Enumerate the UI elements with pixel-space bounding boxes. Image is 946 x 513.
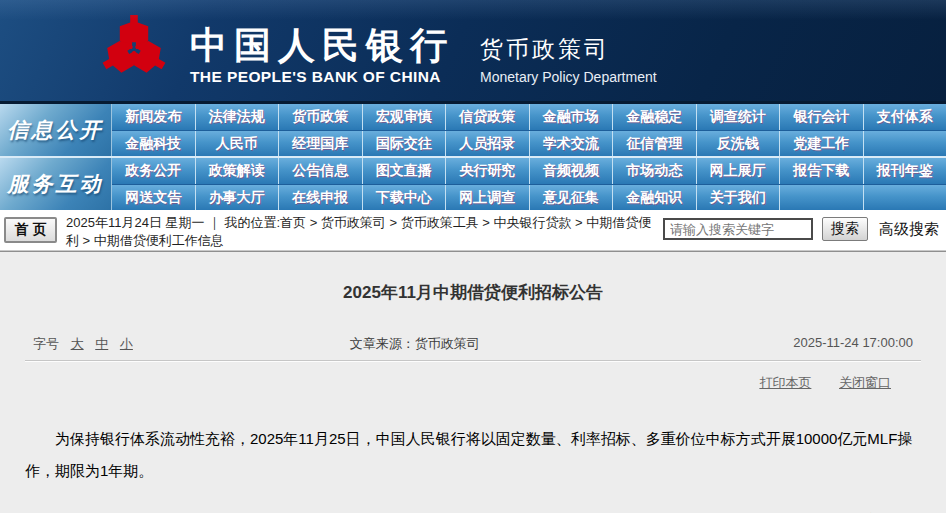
nav-item[interactable]: 人员招录 (446, 131, 530, 156)
nav-item[interactable]: 支付体系 (864, 104, 946, 130)
nav-item[interactable]: 金融市场 (530, 104, 614, 130)
nav-item[interactable]: 报刊年鉴 (864, 158, 946, 184)
print-link[interactable]: 打印本页 (759, 375, 811, 390)
nav-section-services: 服务互动 政务公开 政策解读 公告信息 图文直播 央行研究 音频视频 市场动态 … (0, 156, 946, 210)
department-name: 货币政策司 Monetary Policy Department (480, 34, 657, 86)
article-meta: 字号 大 中 小 文章来源：货币政策司 2025-11-24 17:00:00 (25, 335, 921, 361)
nav-item[interactable]: 人民币 (196, 131, 280, 156)
nav-row: 网送文告 办事大厅 在线申报 下载中心 网上调查 意见征集 金融知识 关于我们 (112, 184, 946, 210)
nav-item[interactable]: 音频视频 (530, 158, 614, 184)
nav-item-empty (864, 131, 946, 156)
nav-item[interactable]: 银行会计 (780, 104, 864, 130)
logo-area: 中国人民银行 THE PEOPLE'S BANK OF CHINA 货币政策司 … (98, 12, 657, 86)
nav-item[interactable]: 新闻发布 (112, 104, 196, 130)
department-name-en: Monetary Policy Department (480, 69, 657, 85)
article-datetime: 2025-11-24 17:00:00 (667, 335, 913, 353)
nav-item[interactable]: 关于我们 (697, 185, 781, 210)
article-title: 2025年11月中期借贷便利招标公告 (25, 252, 921, 304)
nav-item[interactable]: 市场动态 (613, 158, 697, 184)
bank-name-cn: 中国人民银行 (190, 25, 454, 65)
nav-row: 金融科技 人民币 经理国库 国际交往 人员招录 学术交流 征信管理 反洗钱 党建… (112, 130, 946, 156)
search-area: 搜索 高级搜索 (663, 217, 939, 241)
breadcrumb[interactable]: 2025年11月24日 星期一 ｜ 我的位置:首页 > 货币政策司 > 货币政策… (66, 213, 651, 250)
nav-item[interactable]: 网上调查 (446, 185, 530, 210)
nav-section-info-disclosure: 信息公开 新闻发布 法律法规 货币政策 宏观审慎 信贷政策 金融市场 金融稳定 … (0, 104, 946, 156)
nav-item[interactable]: 法律法规 (196, 104, 280, 130)
search-button[interactable]: 搜索 (822, 217, 868, 241)
nav-item[interactable]: 网送文告 (112, 185, 196, 210)
home-button[interactable]: 首 页 (4, 217, 57, 243)
nav-item[interactable]: 网上展厅 (697, 158, 781, 184)
nav-item[interactable]: 金融稳定 (613, 104, 697, 130)
breadcrumb-bar: 首 页 2025年11月24日 星期一 ｜ 我的位置:首页 > 货币政策司 > … (0, 210, 946, 251)
nav-item[interactable]: 政策解读 (196, 158, 280, 184)
breadcrumb-line-2[interactable]: 利 > 中期借贷便利工作信息 (66, 232, 651, 250)
nav-item-empty (864, 185, 946, 210)
nav-item[interactable]: 下载中心 (363, 185, 447, 210)
breadcrumb-line-1[interactable]: 2025年11月24日 星期一 ｜ 我的位置:首页 > 货币政策司 > 货币政策… (66, 214, 651, 232)
nav-item[interactable]: 调查统计 (697, 104, 781, 130)
nav-item[interactable]: 学术交流 (530, 131, 614, 156)
nav-item[interactable]: 办事大厅 (196, 185, 280, 210)
advanced-search-link[interactable]: 高级搜索 (879, 220, 939, 239)
search-input[interactable] (663, 218, 813, 240)
pboc-emblem-icon (98, 12, 170, 86)
article-body: 为保持银行体系流动性充裕，2025年11月25日，中国人民银行将以固定数量、利率… (25, 423, 921, 487)
close-window-link[interactable]: 关闭窗口 (839, 375, 891, 390)
nav-item[interactable]: 宏观审慎 (363, 104, 447, 130)
article-panel: 2025年11月中期借贷便利招标公告 字号 大 中 小 文章来源：货币政策司 2… (0, 251, 946, 513)
nav-item[interactable]: 信贷政策 (446, 104, 530, 130)
nav-label-info-disclosure: 信息公开 (0, 104, 112, 156)
font-size-label: 字号 (33, 336, 59, 351)
font-size-controls: 字号 大 中 小 (33, 335, 350, 353)
main-nav: 信息公开 新闻发布 法律法规 货币政策 宏观审慎 信贷政策 金融市场 金融稳定 … (0, 104, 946, 210)
article-actions-top: 打印本页 关闭窗口 (25, 374, 921, 392)
bank-name: 中国人民银行 THE PEOPLE'S BANK OF CHINA (190, 25, 454, 86)
nav-item[interactable]: 货币政策 (279, 104, 363, 130)
site-header: 中国人民银行 THE PEOPLE'S BANK OF CHINA 货币政策司 … (0, 0, 946, 104)
nav-item[interactable]: 金融科技 (112, 131, 196, 156)
bank-name-en: THE PEOPLE'S BANK OF CHINA (190, 68, 454, 86)
nav-item-empty (780, 185, 864, 210)
nav-row: 政务公开 政策解读 公告信息 图文直播 央行研究 音频视频 市场动态 网上展厅 … (112, 158, 946, 184)
nav-label-services: 服务互动 (0, 158, 112, 210)
nav-item[interactable]: 经理国库 (279, 131, 363, 156)
font-size-medium[interactable]: 中 (95, 336, 108, 351)
nav-item[interactable]: 征信管理 (613, 131, 697, 156)
font-size-small[interactable]: 小 (120, 336, 133, 351)
font-size-large[interactable]: 大 (71, 336, 84, 351)
nav-item[interactable]: 意见征集 (530, 185, 614, 210)
nav-item[interactable]: 央行研究 (446, 158, 530, 184)
nav-item[interactable]: 图文直播 (363, 158, 447, 184)
nav-item[interactable]: 党建工作 (780, 131, 864, 156)
nav-item[interactable]: 政务公开 (112, 158, 196, 184)
nav-item[interactable]: 公告信息 (279, 158, 363, 184)
nav-item[interactable]: 在线申报 (279, 185, 363, 210)
article-source: 文章来源：货币政策司 (350, 335, 667, 353)
nav-item[interactable]: 国际交往 (363, 131, 447, 156)
nav-item[interactable]: 报告下载 (780, 158, 864, 184)
department-name-cn: 货币政策司 (480, 34, 657, 65)
nav-row: 新闻发布 法律法规 货币政策 宏观审慎 信贷政策 金融市场 金融稳定 调查统计 … (112, 104, 946, 130)
nav-item[interactable]: 反洗钱 (697, 131, 781, 156)
nav-item[interactable]: 金融知识 (613, 185, 697, 210)
